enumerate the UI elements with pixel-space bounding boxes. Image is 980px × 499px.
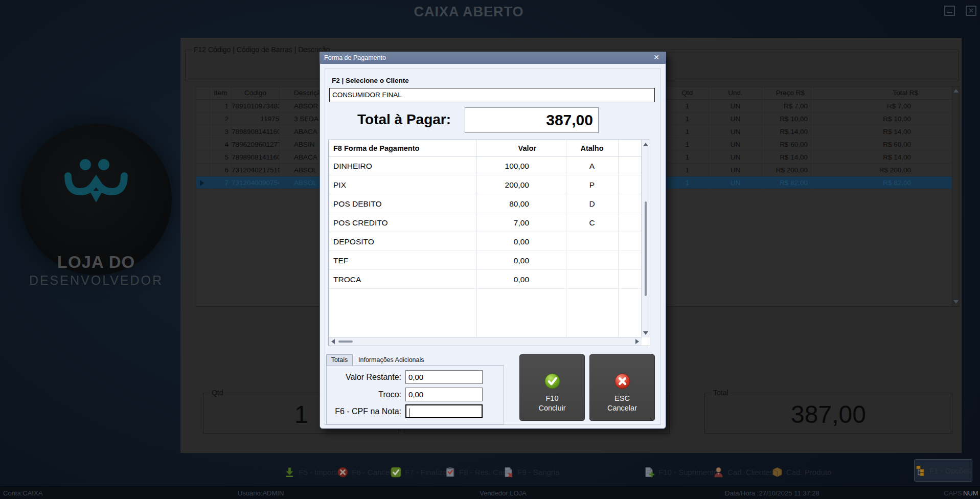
clipboard-icon: [445, 467, 455, 478]
total-to-pay-value: 387,00: [465, 107, 599, 133]
status-datahora: Data/Hora :27/10/2025 11:37:28: [725, 489, 819, 497]
box-icon: [772, 467, 783, 478]
col-atalho: Atalho: [566, 140, 618, 156]
maximize-button[interactable]: [944, 6, 955, 16]
status-num: NUM: [963, 489, 978, 497]
scroll-up-icon[interactable]: [953, 89, 959, 93]
toolbar-button-sangria[interactable]: F9 - Sangria: [503, 462, 560, 482]
cancel-circle-icon: [614, 373, 630, 389]
col-forma-pagamento: F8 Forma de Pagamento: [329, 140, 476, 156]
scroll-up-icon[interactable]: [643, 143, 648, 146]
payment-table-vscrollbar[interactable]: [641, 140, 650, 337]
row-marker-icon: [196, 176, 210, 189]
col-und: Und.: [709, 86, 762, 99]
person-icon: [713, 467, 724, 478]
tab-totais[interactable]: Totais: [326, 354, 353, 366]
payment-row[interactable]: POS DEBITO80,00D: [329, 194, 642, 213]
troco-label: Troco:: [258, 390, 401, 399]
payment-row[interactable]: POS CREDITO7,00C: [329, 213, 642, 232]
col-codigo: Código: [232, 86, 280, 99]
payment-dialog: Forma de Pagamento ✕ F2 | Selecione o Cl…: [320, 52, 666, 429]
payment-row[interactable]: DINHEIRO100,00A: [329, 156, 642, 175]
toolbar-button-cancela[interactable]: F6 - Cancela: [337, 462, 396, 482]
toolbar-button-opcoes[interactable]: F1 - Opções: [914, 459, 972, 482]
toolbar-button-suprimento[interactable]: F10 - Suprimento: [644, 462, 718, 482]
scroll-down-icon[interactable]: [643, 331, 648, 335]
check-icon: [391, 467, 401, 478]
cancelar-key: ESC: [590, 394, 654, 402]
tab-informacoes-adicionais[interactable]: Informações Adicionais: [358, 354, 424, 366]
grid-scrollbar[interactable]: [952, 86, 959, 306]
col-preco: Preço R$: [762, 86, 811, 99]
payment-row[interactable]: TEF0,00: [329, 251, 642, 270]
scroll-right-icon[interactable]: [635, 339, 639, 344]
scroll-left-icon[interactable]: [331, 339, 335, 344]
document-remove-icon: [503, 467, 514, 478]
totals-panel: Valor Restante: 0,00 Troco: 0,00 F6 - CP…: [326, 365, 504, 425]
total-groupbox: Total 387,00: [704, 393, 952, 434]
scrollbar-thumb[interactable]: [338, 341, 353, 343]
toolbar-button-res-caixa[interactable]: F8 - Res. Caixa: [445, 462, 512, 482]
status-vendedor: Vendedor:LOJA: [480, 489, 527, 497]
qtd-label: Qtd: [210, 389, 225, 397]
client-input[interactable]: CONSUMIDOR FINAL: [329, 88, 655, 102]
status-caps: CAPS: [944, 489, 962, 497]
barcode-groupbox-label: F12 Código | Código de Barras | Descriçã…: [192, 46, 332, 54]
toolbar-button-importar[interactable]: F5 - Importar: [284, 462, 343, 482]
logo-text-line1: LOJA DO: [20, 253, 172, 272]
col-total: Total R$: [811, 86, 952, 99]
cancelar-button[interactable]: ESC Cancelar: [589, 354, 655, 421]
concluir-label: Concluir: [520, 404, 584, 412]
concluir-button[interactable]: F10 Concluir: [519, 354, 585, 421]
concluir-key: F10: [520, 394, 584, 402]
total-value: 387,00: [705, 400, 952, 428]
cancelar-label: Cancelar: [590, 404, 654, 412]
payment-methods-table: F8 Forma de Pagamento Valor Atalho DINHE…: [328, 140, 650, 346]
text-caret: [409, 409, 409, 417]
toolbar-button-cad-clientes[interactable]: Cad. Clientes: [713, 462, 773, 482]
cancel-circle-icon: [337, 467, 348, 478]
total-label: Total: [711, 389, 731, 397]
maximize-icon: [947, 12, 952, 13]
payment-row[interactable]: PIX200,00P: [329, 175, 642, 194]
scrollbar-thumb[interactable]: [645, 201, 647, 296]
scroll-down-icon[interactable]: [953, 300, 959, 304]
payment-table-hscrollbar[interactable]: [329, 337, 642, 346]
client-select-label: F2 | Selecione o Cliente: [332, 77, 409, 84]
toolbar-button-cad-produto[interactable]: Cad. Produto: [772, 462, 831, 482]
status-bar: Conta:CAIXA Usuário:ADMIN Vendedor:LOJA …: [0, 486, 980, 499]
col-qtd: Qtd: [666, 86, 709, 99]
valor-restante-input[interactable]: 0,00: [405, 370, 483, 384]
col-valor: Valor: [476, 140, 566, 156]
valor-restante-label: Valor Restante:: [258, 373, 401, 382]
toolbar-button-finaliza[interactable]: F7 - Finaliza: [391, 462, 447, 482]
cpf-nota-input[interactable]: [405, 404, 483, 418]
logo-text-line2: DESENVOLVEDOR: [20, 273, 172, 288]
payment-row[interactable]: DEPOSITO0,00: [329, 232, 642, 251]
cpf-nota-label: F6 - CPF na Nota:: [258, 407, 401, 416]
options-tree-icon: [915, 465, 926, 476]
status-usuario: Usuário:ADMIN: [238, 489, 284, 497]
close-button[interactable]: ✕: [966, 6, 976, 16]
status-conta: Conta:CAIXA: [3, 489, 42, 497]
total-to-pay-label: Total à Pagar:: [357, 111, 451, 128]
payment-row[interactable]: TROCA0,00: [329, 270, 642, 289]
page-title: CAIXA ABERTO: [0, 4, 938, 20]
troco-input[interactable]: 0,00: [405, 388, 483, 401]
document-add-icon: [644, 467, 655, 478]
check-circle-icon: [544, 373, 560, 389]
download-arrow-icon: [284, 467, 295, 478]
col-item: Item: [210, 86, 232, 99]
store-logo: LOJA DO DESENVOLVEDOR: [20, 124, 172, 275]
payment-table-header: F8 Forma de Pagamento Valor Atalho: [329, 140, 642, 156]
